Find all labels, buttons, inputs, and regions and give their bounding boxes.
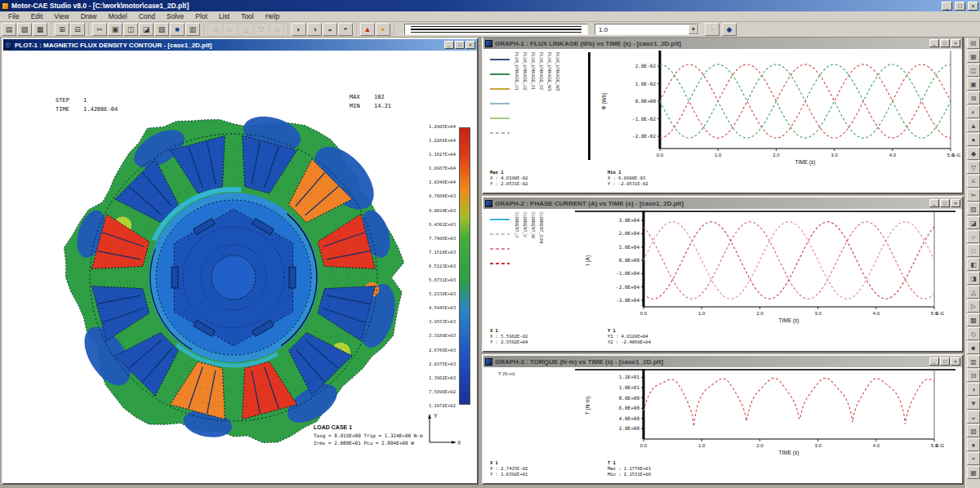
toolbar-button-4-3[interactable]: ◓ [338,23,353,36]
side-toolbar-button-10[interactable]: ≡ [967,175,980,188]
restore-button[interactable]: □ [940,199,950,207]
menu-view[interactable]: View [48,12,74,20]
side-toolbar-button-26[interactable]: ▼ [967,397,980,410]
side-toolbar-button-1[interactable]: ▦ [967,50,980,63]
menu-solve[interactable]: Solve [161,12,189,20]
colorbar-tick-label: 2.0375E+03 [403,362,456,366]
side-toolbar-button-18[interactable]: △ [967,286,980,299]
toolbar-button-0-2[interactable]: ▦ [33,23,47,36]
side-toolbar-button-6[interactable]: ▲ [967,119,980,132]
toolbar-button-0-0[interactable]: ▤ [2,23,16,36]
toolbar-button-2-0[interactable]: ✂ [92,23,107,36]
side-toolbar-button-7[interactable]: ● [967,133,980,146]
side-toolbar-button-12[interactable]: ▨ [967,202,980,215]
chevron-down-icon[interactable]: ▼ [688,24,698,34]
legend-label: FLUX_LINKAGE_W1 [547,52,552,157]
menu-list[interactable]: List [213,12,235,20]
menu-draw[interactable]: Draw [75,12,103,20]
menu-plot[interactable]: Plot [189,12,213,20]
minimize-button[interactable]: _ [929,357,939,366]
toolbar-extra-button-1[interactable]: ◆ [722,23,737,36]
side-toolbar-button-29[interactable]: ● [967,438,980,451]
y-axis-title: T (N·m) [585,397,591,415]
y-tick-label: 2.0E+00 [619,425,640,431]
toolbar-button-1-0[interactable]: ⊞ [55,23,69,36]
restore-button[interactable]: □ [940,357,950,366]
right-tool-palette: ▤▦◫▣⊞◐▲●◆▽≡✂▨◪○□◧◨△▷▩◇■▥⊟◑▼◒▧●◓▦ [965,36,980,488]
app-close-button[interactable]: × [968,2,978,11]
close-button[interactable]: × [466,41,475,49]
minimize-button[interactable]: _ [444,41,454,49]
line-style-preview[interactable] [404,24,588,35]
toolbar-extra-button-0[interactable]: · [705,23,719,36]
side-toolbar-button-21[interactable]: ◇ [967,327,980,340]
toolbar-button-2-1[interactable]: ▣ [108,23,122,36]
side-toolbar-button-5[interactable]: ◐ [967,105,980,118]
graph-window-titlebar[interactable]: GRAPH-2 : PHASE CURRENT (A) vs TIME (s) … [483,197,962,209]
chart-svg[interactable]: 3.0E+042.0E+041.0E+040.0E+00-1.0E+04-2.0… [580,209,944,326]
side-toolbar-button-22[interactable]: ■ [967,341,980,354]
motor-contour-svg[interactable] [49,93,418,462]
side-toolbar-button-31[interactable]: ▦ [967,466,980,479]
menu-model[interactable]: Model [102,12,132,20]
toolbar-button-5-1[interactable]: ● [376,23,390,36]
side-toolbar-button-9[interactable]: ▽ [967,161,980,174]
toolbar-button-4-1[interactable]: ◑ [307,23,322,36]
toolbar-button-0-1[interactable]: ▧ [17,23,32,36]
side-toolbar-button-13[interactable]: ◪ [967,216,980,229]
side-toolbar-button-16[interactable]: ◧ [967,258,980,271]
close-button[interactable]: × [951,199,960,207]
legend-swatch [490,219,510,220]
side-toolbar-button-4[interactable]: ⊞ [967,91,980,104]
app-minimize-button[interactable]: _ [942,2,952,11]
close-button[interactable]: × [951,39,960,47]
toolbar-button-1-1[interactable]: ⊟ [70,23,85,36]
menu-cond[interactable]: Cond [133,12,161,20]
side-toolbar-button-11[interactable]: ✂ [967,189,980,202]
side-toolbar-button-14[interactable]: ○ [967,230,980,243]
close-button[interactable]: × [951,357,960,366]
minimize-button[interactable]: _ [929,39,939,47]
zoom-combo[interactable]: 1.0▼ [595,24,699,35]
minimize-button[interactable]: _ [929,199,939,207]
graph-status-left: X 1X : 2.7415E-02Y : 1.0392E+01 [490,460,528,477]
contour-window-titlebar[interactable]: PLOT-1 : MAGNETIC FLUX DENSITY CONTOUR -… [3,39,477,51]
side-toolbar-button-17[interactable]: ◨ [967,272,980,285]
side-toolbar-button-19[interactable]: ▷ [967,299,980,313]
menu-file[interactable]: File [2,12,25,20]
motor-contour-plot[interactable] [49,93,418,462]
side-toolbar-button-24[interactable]: ⊟ [967,369,980,382]
side-toolbar-button-15[interactable]: □ [967,244,980,257]
toolbar-button-2-5[interactable]: ■ [170,23,185,36]
side-toolbar-button-2[interactable]: ◫ [967,64,980,77]
app-title-bar[interactable]: Motor-CAE Studio v8.0 - [C:\work\motor\c… [0,0,980,11]
toolbar-button-4-0[interactable]: ◐ [292,23,306,36]
side-toolbar-button-20[interactable]: ▩ [967,313,980,326]
side-toolbar-button-23[interactable]: ▥ [967,355,980,368]
chart-svg[interactable]: 2.0E-021.0E-020.0E+00-1.0E-02-2.0E-020.0… [596,49,960,168]
side-toolbar-button-28[interactable]: ▧ [967,424,980,437]
side-toolbar-button-25[interactable]: ◑ [967,383,980,396]
toolbar-button-2-6[interactable]: ▥ [185,23,200,36]
series-torque [644,378,934,426]
toolbar-button-4-2[interactable]: ◒ [323,23,337,36]
restore-button[interactable]: □ [455,41,465,49]
side-toolbar-button-27[interactable]: ◒ [967,410,980,424]
main-toolbar: ▤▧▦⊞⊟✂▣◫◪▨■▥◁▷△▽◇◐◑◒◓▲●1.0▼·◆ [0,22,980,38]
menu-help[interactable]: Help [260,12,285,20]
menu-tool[interactable]: Tool [235,12,260,20]
side-toolbar-button-30[interactable]: ◓ [967,452,980,465]
side-toolbar-button-8[interactable]: ◆ [967,147,980,160]
toolbar-button-2-4[interactable]: ▨ [154,23,169,36]
toolbar-button-5-0[interactable]: ▲ [360,23,375,36]
graph-window-titlebar[interactable]: GRAPH-3 : TORQUE (N·m) vs TIME (s) - [ca… [483,356,962,367]
app-restore-button[interactable]: □ [955,2,965,11]
restore-button[interactable]: □ [940,39,950,47]
menu-edit[interactable]: Edit [25,12,49,20]
side-toolbar-button-3[interactable]: ▣ [967,78,980,91]
chart-svg[interactable]: 1.2E+011.0E+018.0E+006.0E+004.0E+002.0E+… [580,367,944,459]
side-toolbar-button-0[interactable]: ▤ [967,36,980,49]
graph-window-titlebar[interactable]: GRAPH-1 : FLUX LINKAGE (Wb) vs TIME (s) … [483,38,962,49]
toolbar-button-2-2[interactable]: ◫ [123,23,138,36]
toolbar-button-2-3[interactable]: ◪ [139,23,154,36]
